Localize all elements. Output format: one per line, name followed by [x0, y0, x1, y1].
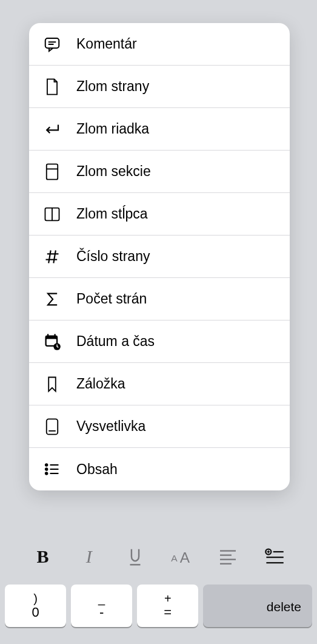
sigma-icon [41, 288, 63, 310]
svg-line-9 [48, 250, 51, 263]
italic-button[interactable]: I [75, 542, 104, 571]
key-minus[interactable]: _ - [71, 585, 132, 627]
key-0[interactable]: ) 0 [5, 585, 66, 627]
insert-menu-popover: Komentár Zlom strany Zlom riadka Zlom se… [29, 23, 290, 490]
menu-item-label: Zlom stĺpca [76, 206, 148, 222]
keyboard-row: ) 0 _ - + = delete [0, 578, 317, 644]
menu-item-label: Zlom strany [76, 78, 149, 95]
menu-item-comment[interactable]: Komentár [29, 23, 290, 66]
align-button[interactable] [213, 542, 242, 571]
key-delete[interactable]: delete [203, 585, 312, 627]
insert-button[interactable] [260, 542, 289, 571]
key-top-label: _ [98, 592, 105, 605]
svg-text:A: A [171, 553, 178, 563]
font-button[interactable]: A A [167, 542, 196, 571]
menu-item-page-break[interactable]: Zlom strany [29, 66, 290, 108]
menu-item-bookmark[interactable]: Záložka [29, 363, 290, 405]
menu-item-label: Počet strán [76, 291, 147, 307]
svg-line-10 [53, 250, 56, 263]
menu-item-line-break[interactable]: Zlom riadka [29, 108, 290, 151]
menu-item-label: Záložka [76, 376, 125, 392]
hash-icon [41, 246, 63, 268]
menu-item-label: Číslo strany [76, 248, 150, 265]
underline-button[interactable] [121, 542, 150, 571]
menu-item-label: Obsah [76, 461, 118, 478]
key-label: delete [267, 600, 301, 614]
svg-point-18 [45, 464, 48, 466]
menu-item-date-time[interactable]: Dátum a čas [29, 320, 290, 363]
list-icon [41, 458, 63, 480]
menu-item-label: Zlom riadka [76, 121, 149, 137]
column-break-icon [41, 203, 63, 225]
footnote-icon [41, 416, 63, 438]
bookmark-icon [41, 373, 63, 395]
bold-button[interactable]: B [28, 542, 57, 571]
menu-item-label: Komentár [76, 36, 137, 52]
menu-item-section-break[interactable]: Zlom sekcie [29, 151, 290, 193]
line-break-icon [41, 118, 63, 140]
menu-item-label: Zlom sekcie [76, 163, 151, 180]
svg-point-22 [45, 472, 48, 475]
page-break-icon [41, 76, 63, 98]
svg-rect-16 [47, 419, 58, 434]
svg-rect-0 [45, 38, 59, 48]
svg-rect-3 [47, 164, 58, 179]
key-bottom-label: - [99, 605, 104, 620]
comment-icon [41, 33, 63, 55]
menu-item-label: Vysvetlivka [76, 418, 145, 435]
key-top-label: ) [33, 592, 38, 605]
menu-item-column-break[interactable]: Zlom stĺpca [29, 193, 290, 236]
svg-point-20 [45, 468, 48, 470]
calendar-clock-icon [41, 331, 63, 353]
menu-item-page-count[interactable]: Počet strán [29, 278, 290, 320]
key-bottom-label: 0 [32, 605, 39, 620]
key-bottom-label: = [164, 605, 172, 620]
section-break-icon [41, 161, 63, 183]
menu-item-footnote[interactable]: Vysvetlivka [29, 405, 290, 448]
menu-item-toc[interactable]: Obsah [29, 448, 290, 490]
key-top-label: + [164, 592, 172, 605]
key-equals[interactable]: + = [137, 585, 198, 627]
menu-item-label: Dátum a čas [76, 333, 155, 350]
svg-text:A: A [179, 549, 190, 566]
format-toolbar: B I A A [0, 535, 317, 578]
menu-item-page-number[interactable]: Číslo strany [29, 236, 290, 278]
